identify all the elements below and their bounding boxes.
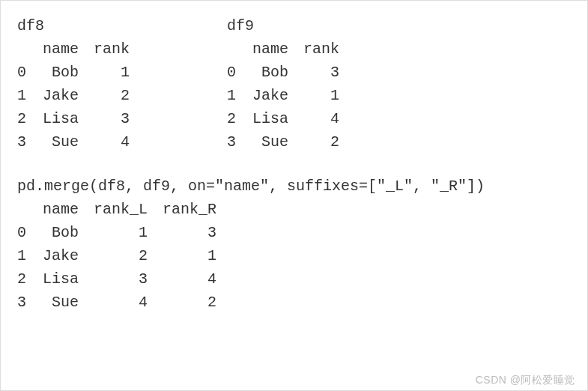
row-index: 3 — [227, 130, 245, 154]
table-header-row: name rank_L rank_R — [17, 198, 224, 221]
table-row: 0 Bob 1 3 — [17, 221, 224, 244]
merge-code-line: pd.merge(df8, df9, on="name", suffixes=[… — [17, 175, 571, 198]
cell: Sue — [245, 130, 296, 154]
cell: Bob — [245, 61, 296, 84]
table-row: 2 Lisa 4 — [227, 107, 347, 130]
cell: Jake — [35, 244, 86, 267]
table-row: 1 Jake 2 1 — [17, 244, 224, 267]
row-index: 1 — [17, 84, 35, 107]
row-index: 0 — [17, 221, 35, 244]
table-row: 0 Bob 3 — [227, 61, 347, 84]
row-index: 0 — [17, 61, 35, 84]
cell: 4 — [155, 267, 224, 291]
table-row: 3 Sue 4 — [17, 130, 137, 154]
row-index: 1 — [17, 244, 35, 267]
cell: 1 — [86, 61, 137, 84]
cell: 2 — [86, 84, 137, 107]
table-row: 0 Bob 1 — [17, 61, 137, 84]
cell: 4 — [296, 107, 347, 130]
row-index: 2 — [17, 267, 35, 291]
cell: 2 — [296, 130, 347, 154]
cell: 4 — [86, 291, 155, 314]
col-header: rank — [86, 37, 137, 61]
row-index: 3 — [17, 130, 35, 154]
watermark-text: CSDN @阿松爱睡觉 — [476, 374, 575, 387]
cell: 2 — [155, 291, 224, 314]
col-header: name — [245, 37, 296, 61]
cell: 1 — [155, 244, 224, 267]
merge-result-section: pd.merge(df8, df9, on="name", suffixes=[… — [17, 175, 571, 314]
col-header: rank_L — [86, 198, 155, 221]
code-output-panel: df8 df9 name rank 0 Bob 1 — [0, 0, 588, 391]
input-dataframes-section: df8 df9 name rank 0 Bob 1 — [17, 14, 571, 154]
table-row: 1 Jake 1 — [227, 84, 347, 107]
cell: Jake — [245, 84, 296, 107]
cell: Jake — [35, 84, 86, 107]
table-header-row: name rank — [227, 37, 347, 61]
cell: Lisa — [35, 107, 86, 130]
table-row: 3 Sue 4 2 — [17, 291, 224, 314]
col-header: rank — [296, 37, 347, 61]
df9-label: df9 — [227, 14, 437, 37]
table-row: 2 Lisa 3 — [17, 107, 137, 130]
cell: 4 — [86, 130, 137, 154]
row-index: 0 — [227, 61, 245, 84]
cell: 1 — [296, 84, 347, 107]
col-header: name — [35, 37, 86, 61]
cell: Sue — [35, 291, 86, 314]
merge-result-table: name rank_L rank_R 0 Bob 1 3 1 Jake 2 1 … — [17, 198, 224, 314]
cell: 3 — [86, 267, 155, 291]
table-row: 2 Lisa 3 4 — [17, 267, 224, 291]
cell: 2 — [86, 244, 155, 267]
cell: Bob — [35, 61, 86, 84]
df8-table: name rank 0 Bob 1 1 Jake 2 2 — [17, 37, 227, 154]
cell: Lisa — [245, 107, 296, 130]
cell: Sue — [35, 130, 86, 154]
row-index: 1 — [227, 84, 245, 107]
table-row: 3 Sue 2 — [227, 130, 347, 154]
cell: 3 — [155, 221, 224, 244]
df8-label: df8 — [17, 14, 227, 37]
df9-table: name rank 0 Bob 3 1 Jake 1 2 — [227, 37, 437, 154]
cell: 1 — [86, 221, 155, 244]
cell: 3 — [86, 107, 137, 130]
cell: 3 — [296, 61, 347, 84]
col-header: name — [35, 198, 86, 221]
row-index: 2 — [17, 107, 35, 130]
row-index: 2 — [227, 107, 245, 130]
table-row: 1 Jake 2 — [17, 84, 137, 107]
col-header: rank_R — [155, 198, 224, 221]
table-header-row: name rank — [17, 37, 137, 61]
cell: Bob — [35, 221, 86, 244]
row-index: 3 — [17, 291, 35, 314]
cell: Lisa — [35, 267, 86, 291]
